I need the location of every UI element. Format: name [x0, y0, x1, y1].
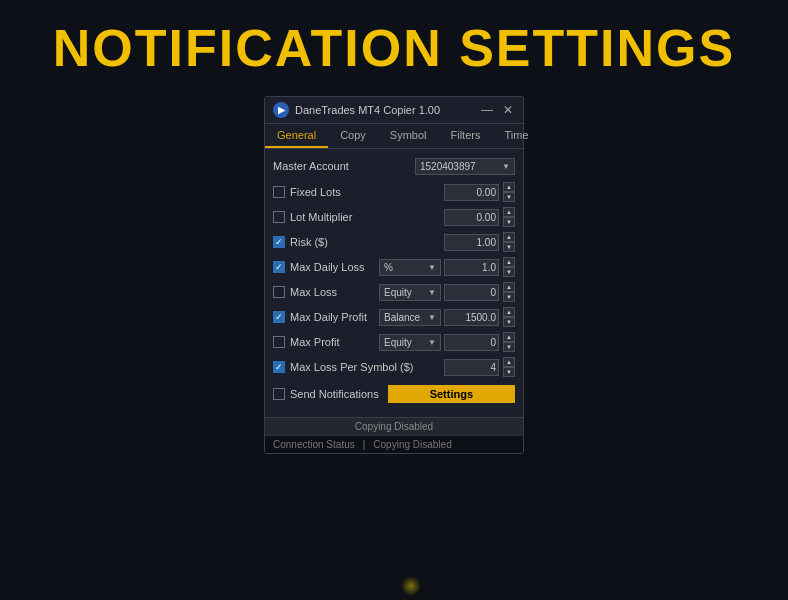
lot-multiplier-controls: 0.00 ▲ ▼: [444, 207, 515, 227]
lot-multiplier-label: Lot Multiplier: [273, 211, 444, 223]
footer-copy-status: Copying Disabled: [373, 439, 451, 450]
max-daily-loss-value[interactable]: 1.0: [444, 259, 499, 276]
max-daily-profit-down[interactable]: ▼: [503, 317, 515, 327]
max-daily-profit-checkbox[interactable]: ✓: [273, 311, 285, 323]
master-account-value: 1520403897: [420, 161, 476, 172]
max-loss-row: Max Loss Equity ▼ 0 ▲ ▼: [273, 281, 515, 303]
fixed-lots-checkbox[interactable]: [273, 186, 285, 198]
minimize-button[interactable]: —: [479, 104, 495, 116]
max-daily-profit-dropdown[interactable]: Balance ▼: [379, 309, 441, 326]
max-loss-up[interactable]: ▲: [503, 282, 515, 292]
max-loss-down[interactable]: ▼: [503, 292, 515, 302]
max-profit-value[interactable]: 0: [444, 334, 499, 351]
master-account-chevron: ▼: [502, 162, 510, 171]
connection-status-label: Connection Status: [273, 439, 355, 450]
lot-multiplier-up[interactable]: ▲: [503, 207, 515, 217]
max-profit-down[interactable]: ▼: [503, 342, 515, 352]
max-loss-per-symbol-checkbox[interactable]: ✓: [273, 361, 285, 373]
titlebar-left: ▶ DaneTrades MT4 Copier 1.00: [273, 102, 440, 118]
max-loss-per-symbol-spinner: ▲ ▼: [503, 357, 515, 377]
max-loss-per-symbol-controls: 4 ▲ ▼: [444, 357, 515, 377]
max-daily-profit-up[interactable]: ▲: [503, 307, 515, 317]
main-content: Master Account 1520403897 ▼ Fixed Lots 0…: [265, 149, 523, 417]
max-loss-checkbox[interactable]: [273, 286, 285, 298]
max-daily-loss-text: Max Daily Loss: [290, 261, 365, 273]
max-loss-value[interactable]: 0: [444, 284, 499, 301]
titlebar-title: DaneTrades MT4 Copier 1.00: [295, 104, 440, 116]
tab-copy[interactable]: Copy: [328, 124, 378, 148]
risk-row: ✓ Risk ($) 1.00 ▲ ▼: [273, 231, 515, 253]
max-profit-controls: Equity ▼ 0 ▲ ▼: [379, 332, 515, 352]
titlebar-controls: — ✕: [479, 104, 515, 116]
max-loss-per-symbol-label: ✓ Max Loss Per Symbol ($): [273, 361, 444, 373]
send-notifications-label: Send Notifications: [290, 388, 379, 400]
footer-status: Connection Status | Copying Disabled: [265, 435, 523, 453]
close-button[interactable]: ✕: [501, 104, 515, 116]
max-profit-up[interactable]: ▲: [503, 332, 515, 342]
max-daily-loss-up[interactable]: ▲: [503, 257, 515, 267]
tab-symbol[interactable]: Symbol: [378, 124, 439, 148]
max-loss-spinner: ▲ ▼: [503, 282, 515, 302]
tab-general[interactable]: General: [265, 124, 328, 148]
max-profit-checkbox[interactable]: [273, 336, 285, 348]
titlebar: ▶ DaneTrades MT4 Copier 1.00 — ✕: [265, 97, 523, 124]
fixed-lots-label: Fixed Lots: [273, 186, 444, 198]
fixed-lots-text: Fixed Lots: [290, 186, 341, 198]
max-profit-dropdown[interactable]: Equity ▼: [379, 334, 441, 351]
lot-multiplier-spinner: ▲ ▼: [503, 207, 515, 227]
fixed-lots-down[interactable]: ▼: [503, 192, 515, 202]
max-profit-dropdown-value: Equity: [384, 337, 412, 348]
lot-multiplier-row: Lot Multiplier 0.00 ▲ ▼: [273, 206, 515, 228]
tab-time[interactable]: Time: [492, 124, 540, 148]
max-daily-profit-dropdown-value: Balance: [384, 312, 420, 323]
cursor-highlight: [401, 576, 421, 596]
risk-value[interactable]: 1.00: [444, 234, 499, 251]
fixed-lots-spinner: ▲ ▼: [503, 182, 515, 202]
max-daily-loss-dropdown[interactable]: % ▼: [379, 259, 441, 276]
master-account-row: Master Account 1520403897 ▼: [273, 155, 515, 177]
master-account-label: Master Account: [273, 160, 415, 172]
max-loss-dropdown-value: Equity: [384, 287, 412, 298]
max-loss-text: Max Loss: [290, 286, 337, 298]
tab-filters[interactable]: Filters: [439, 124, 493, 148]
max-daily-loss-spinner: ▲ ▼: [503, 257, 515, 277]
max-loss-per-symbol-value[interactable]: 4: [444, 359, 499, 376]
fixed-lots-up[interactable]: ▲: [503, 182, 515, 192]
lot-multiplier-value[interactable]: 0.00: [444, 209, 499, 226]
risk-label: ✓ Risk ($): [273, 236, 444, 248]
max-loss-controls: Equity ▼ 0 ▲ ▼: [379, 282, 515, 302]
max-daily-loss-label: ✓ Max Daily Loss: [273, 261, 379, 273]
max-loss-per-symbol-text: Max Loss Per Symbol ($): [290, 361, 413, 373]
max-profit-spinner: ▲ ▼: [503, 332, 515, 352]
risk-spinner: ▲ ▼: [503, 232, 515, 252]
max-daily-loss-down[interactable]: ▼: [503, 267, 515, 277]
max-daily-profit-label: ✓ Max Daily Profit: [273, 311, 379, 323]
max-daily-loss-row: ✓ Max Daily Loss % ▼ 1.0 ▲ ▼: [273, 256, 515, 278]
fixed-lots-controls: 0.00 ▲ ▼: [444, 182, 515, 202]
max-profit-label: Max Profit: [273, 336, 379, 348]
max-loss-label: Max Loss: [273, 286, 379, 298]
risk-down[interactable]: ▼: [503, 242, 515, 252]
app-icon: ▶: [273, 102, 289, 118]
max-daily-profit-controls: Balance ▼ 1500.0 ▲ ▼: [379, 307, 515, 327]
master-account-select[interactable]: 1520403897 ▼: [415, 158, 515, 175]
max-daily-profit-value[interactable]: 1500.0: [444, 309, 499, 326]
max-daily-profit-chevron: ▼: [428, 313, 436, 322]
max-loss-chevron: ▼: [428, 288, 436, 297]
fixed-lots-value[interactable]: 0.00: [444, 184, 499, 201]
window-status-bar: Copying Disabled: [265, 417, 523, 435]
max-daily-loss-dropdown-value: %: [384, 262, 393, 273]
risk-up[interactable]: ▲: [503, 232, 515, 242]
lot-multiplier-text: Lot Multiplier: [290, 211, 352, 223]
send-notifications-row: Send Notifications Settings: [273, 381, 515, 407]
max-loss-per-symbol-up[interactable]: ▲: [503, 357, 515, 367]
lot-multiplier-checkbox[interactable]: [273, 211, 285, 223]
risk-checkbox[interactable]: ✓: [273, 236, 285, 248]
max-loss-dropdown[interactable]: Equity ▼: [379, 284, 441, 301]
page-title: NOTIFICATION SETTINGS: [0, 18, 788, 78]
send-notifications-checkbox[interactable]: [273, 388, 285, 400]
max-loss-per-symbol-down[interactable]: ▼: [503, 367, 515, 377]
settings-button[interactable]: Settings: [388, 385, 515, 403]
max-daily-loss-checkbox[interactable]: ✓: [273, 261, 285, 273]
lot-multiplier-down[interactable]: ▼: [503, 217, 515, 227]
